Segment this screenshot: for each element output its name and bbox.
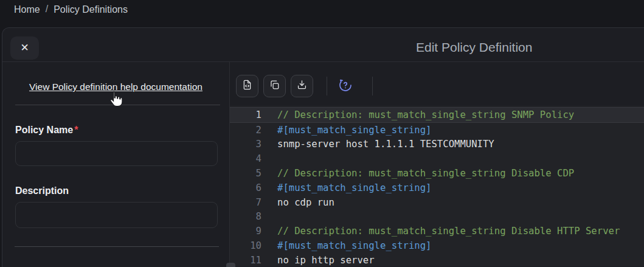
- code-editor[interactable]: 1// Description: must_match_single_strin…: [230, 106, 644, 266]
- policy-form-panel: View Policy definition help documentatio…: [2, 62, 230, 266]
- policy-definition-screen: Home / Policy Definitions ✕ Edit Policy …: [0, 0, 644, 267]
- line-number: 9: [230, 226, 261, 237]
- line-number: 5: [230, 168, 261, 179]
- line-number: 2: [230, 125, 261, 136]
- code-text: // Description: must_match_single_string…: [261, 109, 574, 120]
- line-number: 8: [230, 211, 261, 222]
- code-text: no cdp run: [261, 197, 334, 208]
- modal-title: Edit Policy Definition: [416, 28, 532, 62]
- code-text: #[must_match_single_string]: [261, 125, 431, 136]
- line-number: 6: [230, 182, 261, 193]
- code-line[interactable]: 3snmp-server host 1.1.1.1 TESTCOMMUNITY: [230, 137, 644, 152]
- close-button[interactable]: ✕: [10, 36, 39, 60]
- code-text: // Description: must_match_single_string…: [261, 168, 574, 179]
- code-text: #[must_match_single_string]: [261, 182, 431, 193]
- panel-resize-handle[interactable]: [226, 263, 235, 267]
- description-label: Description: [15, 186, 229, 196]
- file-code-icon: [241, 79, 253, 92]
- breadcrumb-separator: /: [46, 4, 48, 15]
- breadcrumb-home-link[interactable]: Home: [14, 4, 40, 16]
- help-link-wrap: View Policy definition help documentatio…: [2, 81, 229, 95]
- help-circle-icon: [338, 78, 353, 94]
- code-text: // Description: must_match_single_string…: [261, 226, 620, 237]
- code-line[interactable]: 7no cdp run: [230, 195, 644, 210]
- download-button[interactable]: [291, 75, 313, 97]
- code-line[interactable]: 11no ip http server: [230, 253, 644, 266]
- close-icon: ✕: [20, 42, 29, 54]
- line-number: 1: [230, 109, 261, 120]
- code-line[interactable]: 6#[must_match_single_string]: [230, 181, 644, 195]
- modal-header: ✕ Edit Policy Definition: [2, 28, 644, 62]
- breadcrumb-current: Policy Definitions: [54, 4, 128, 16]
- toolbar-separator-2: [372, 77, 373, 95]
- code-line[interactable]: 8: [230, 210, 644, 224]
- help-button[interactable]: [338, 78, 353, 93]
- code-line[interactable]: 10#[must_match_single_string]: [230, 238, 644, 253]
- code-line[interactable]: 2#[must_match_single_string]: [230, 123, 644, 137]
- editor-toolbar: [230, 62, 644, 106]
- help-documentation-link[interactable]: View Policy definition help documentatio…: [29, 81, 203, 92]
- toolbar-separator: [327, 77, 327, 95]
- code-text: no ip http server: [261, 255, 375, 266]
- code-line[interactable]: 4: [230, 151, 644, 166]
- download-icon: [296, 79, 308, 92]
- copy-button[interactable]: [263, 75, 286, 97]
- line-number: 4: [230, 153, 261, 164]
- policy-name-input[interactable]: [15, 141, 218, 166]
- description-input[interactable]: [15, 202, 218, 228]
- policy-name-label: Policy Name*: [15, 125, 229, 136]
- line-number: 3: [230, 139, 261, 150]
- code-lines: 1// Description: must_match_single_strin…: [230, 107, 644, 266]
- breadcrumb: Home / Policy Definitions: [0, 0, 644, 27]
- policy-name-label-text: Policy Name: [15, 125, 73, 135]
- modal-body: View Policy definition help documentatio…: [2, 62, 644, 266]
- line-number: 10: [230, 240, 261, 251]
- copy-icon: [269, 79, 280, 92]
- edit-policy-modal: ✕ Edit Policy Definition View Policy def…: [2, 27, 644, 267]
- code-line[interactable]: 9// Description: must_match_single_strin…: [230, 224, 644, 238]
- form-bottom-divider: [15, 246, 219, 247]
- policy-code-editor-column: 1// Description: must_match_single_strin…: [230, 62, 644, 266]
- code-text: snmp-server host 1.1.1.1 TESTCOMMUNITY: [261, 139, 494, 150]
- code-line[interactable]: 1// Description: must_match_single_strin…: [230, 107, 644, 123]
- required-asterisk: *: [74, 125, 78, 135]
- file-code-button[interactable]: [236, 75, 258, 97]
- code-line[interactable]: 5// Description: must_match_single_strin…: [230, 166, 644, 181]
- code-text: #[must_match_single_string]: [261, 240, 431, 251]
- help-divider: [15, 105, 220, 105]
- line-number: 7: [230, 197, 261, 208]
